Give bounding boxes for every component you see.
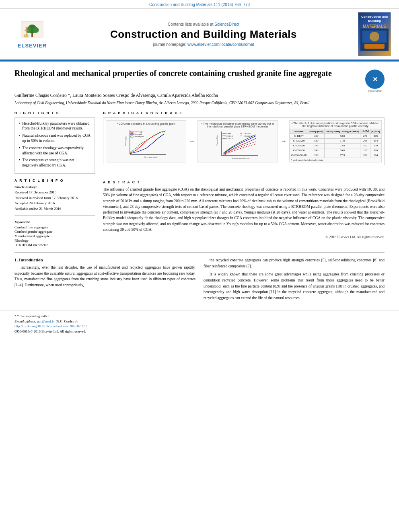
- svg-text:Sieve size (mm): Sieve size (mm): [144, 156, 157, 158]
- ga-panel-3-title: • The effect of high superplasticizer do…: [290, 121, 381, 127]
- svg-text:Rotation speed (rev/s): Rotation speed (rev/s): [232, 157, 249, 159]
- svg-text:C-CGA50: C-CGA50: [244, 133, 250, 135]
- authors-text: Guilherme Chagas Cordeiro *, Laura Monte…: [14, 93, 218, 98]
- highlight-item-4: • The compressive strength was not negat…: [19, 158, 90, 168]
- available-date: Available online 21 March 2016: [14, 207, 95, 212]
- email-note: (G.C. Cordeiro).: [56, 319, 78, 323]
- highlight-item-2: • Natural siliceous sand was replaced by…: [19, 133, 90, 144]
- history-title: Article history:: [14, 185, 95, 189]
- copyright-line: © 2016 Elsevier Ltd. All rights reserved…: [103, 235, 385, 239]
- article-info-column: A R T I C L E I N F O Article history: R…: [14, 179, 95, 247]
- table-row: C-CGA3031572.9102179: [290, 143, 381, 148]
- table-row: C-CGA1033071.0268214: [290, 138, 381, 143]
- cover-title: Construction and Building: [360, 15, 389, 23]
- ga-panel-2-title: • The rheological concrete experiments w…: [200, 122, 276, 128]
- cover-materials: MATERIALS: [363, 24, 386, 29]
- page: Construction and Building Materials 111 …: [0, 0, 399, 532]
- article-title: Rheological and mechanical properties of…: [14, 68, 365, 78]
- svg-text:C-REF: C-REF: [226, 133, 231, 135]
- table-footnote: * used superplasticizer admixture: [290, 158, 381, 162]
- article-content: Rheological and mechanical properties of…: [0, 62, 399, 310]
- homepage-url[interactable]: www.elsevier.com/locate/conbuildmat: [187, 42, 254, 47]
- email-address[interactable]: gcc@uenf.br: [37, 319, 55, 323]
- footer-left: * * Corresponding author. E-mail address…: [14, 314, 86, 334]
- science-direct-line: Contents lists available at ScienceDirec…: [56, 22, 351, 27]
- journal-homepage: journal homepage: www.elsevier.com/locat…: [56, 42, 351, 47]
- doi-url[interactable]: http://dx.doi.org/10.1016/j.conbuildmat.…: [14, 324, 86, 328]
- highlights-graphical-section: H I G H L I G H T S • Herschel-Bulkley p…: [14, 111, 385, 174]
- issn-line: 0950-0618/© 2016 Elsevier Ltd. All right…: [14, 329, 86, 334]
- intro-para-3: It is widely known that there are some g…: [204, 271, 385, 301]
- crossmark-circle: ✕: [365, 70, 385, 89]
- journal-citation-bar: Construction and Building Materials 111 …: [0, 0, 399, 9]
- keyword-5: BTRHEOM rheometer: [14, 243, 95, 247]
- svg-rect-10: [24, 35, 28, 37]
- introduction-section: 1. Introduction Increasingly, over the l…: [14, 257, 385, 304]
- svg-point-5: [26, 27, 28, 29]
- svg-text:Torque (N·m): Torque (N·m): [216, 134, 218, 146]
- table-header-tau: τ₀ (Pa): [360, 129, 370, 134]
- article-info-header: A R T I C L E I N F O: [14, 179, 95, 183]
- keywords-section: Keywords: Crushed fine aggregate Crushed…: [14, 220, 95, 247]
- graphical-abstract-box: • CGA was collected in a crushing granit…: [103, 117, 385, 165]
- science-direct-link[interactable]: ScienceDirect: [214, 22, 239, 27]
- affiliation: Laboratory of Civil Engineering, Univers…: [14, 101, 385, 106]
- svg-text:C-CGA30: C-CGA30: [226, 138, 233, 140]
- ga-table-panel: • The effect of high superplasticizer do…: [289, 120, 382, 162]
- bullet-icon-2: •: [19, 133, 20, 138]
- intro-para-1: Increasingly, over the last decades, the…: [14, 265, 195, 288]
- intro-para-2: the recycled concrete aggregates can pro…: [204, 257, 385, 269]
- revised-date: Received in revised form 17 February 201…: [14, 196, 95, 201]
- section-divider: [14, 252, 385, 253]
- table-row: C-CGA5024074.0137310: [290, 148, 381, 153]
- rheology-chart-icon: Torque (N·m) Rotation speed (rev/s): [216, 129, 260, 160]
- highlights-header: H I G H L I G H T S: [14, 111, 95, 115]
- journal-header-center: Contents lists available at ScienceDirec…: [56, 22, 351, 47]
- ga-panel-2: • The rheological concrete experiments w…: [197, 120, 278, 162]
- svg-text:Passing (%): Passing (%): [125, 136, 127, 145]
- footnote-corresponding: * * Corresponding author.: [14, 314, 86, 319]
- crossmark-icon: ✕: [372, 76, 378, 83]
- highlights-column: H I G H L I G H T S • Herschel-Bulkley p…: [14, 111, 95, 174]
- svg-text:C-CGA50-SP: C-CGA50-SP: [244, 135, 253, 137]
- info-abstract-section: A R T I C L E I N F O Article history: R…: [14, 179, 385, 247]
- elsevier-logo-section: ELSEVIER: [8, 20, 56, 49]
- keywords-title: Keywords:: [14, 220, 95, 224]
- highlight-item-1: • Herschel-Bulkley parameters were obtai…: [19, 121, 90, 131]
- bullet-icon-1: •: [19, 121, 20, 126]
- table-header-mu: μ (Pa·s): [370, 129, 381, 134]
- received-date: Received 17 December 2015: [14, 190, 95, 195]
- graphical-abstract-column: G R A P H I C A L A B S T R A C T • CGA …: [103, 111, 385, 174]
- info-divider: [14, 216, 95, 216]
- ga-arrow-2: →: [280, 120, 288, 162]
- email-label: E-mail address:: [14, 319, 36, 323]
- svg-point-13: [370, 32, 379, 41]
- ga-panel-1: • CGA was collected in a crushing granit…: [106, 120, 186, 162]
- keyword-2: Crushed granite aggregate: [14, 230, 95, 234]
- accepted-date: Accepted 24 February 2016: [14, 201, 95, 206]
- svg-rect-14: [364, 44, 385, 49]
- bullet-icon-3: •: [19, 146, 20, 151]
- svg-text:Crushed gran.: Crushed gran.: [134, 136, 144, 138]
- keyword-1: Crushed fine aggregate: [14, 225, 95, 229]
- abstract-text: The influence of crushed granite fine ag…: [103, 187, 385, 232]
- highlights-box: • Herschel-Bulkley parameters were obtai…: [14, 117, 95, 174]
- journal-title: Construction and Building Materials: [56, 28, 351, 41]
- svg-text:C-CGA10: C-CGA10: [226, 135, 233, 137]
- journal-cover-section: Construction and Building MATERIALS: [351, 12, 391, 56]
- svg-rect-21: [131, 134, 133, 135]
- graphical-abstract-header: G R A P H I C A L A B S T R A C T: [103, 111, 385, 115]
- cover-image-icon: [360, 29, 389, 51]
- article-title-section: Rheological and mechanical properties of…: [14, 68, 385, 89]
- footnote-star: *: [14, 314, 16, 318]
- highlight-item-3: • The concrete rheology was expressively…: [19, 146, 90, 156]
- table-row: C-REF*32053.0271376: [290, 134, 381, 138]
- article-footer: * * Corresponding author. E-mail address…: [0, 310, 399, 337]
- intro-left-column: 1. Introduction Increasingly, over the l…: [14, 257, 195, 304]
- ga-results-table: Mixture Slump (mm) 28-day comp. strength…: [290, 129, 381, 158]
- journal-citation: Construction and Building Materials 111 …: [149, 2, 250, 7]
- keyword-4: Rheology: [14, 238, 95, 242]
- article-info-box: Article history: Received 17 December 20…: [14, 185, 95, 247]
- svg-text:River sand: River sand: [134, 133, 142, 135]
- email-line: E-mail address: gcc@uenf.br (G.C. Cordei…: [14, 319, 86, 324]
